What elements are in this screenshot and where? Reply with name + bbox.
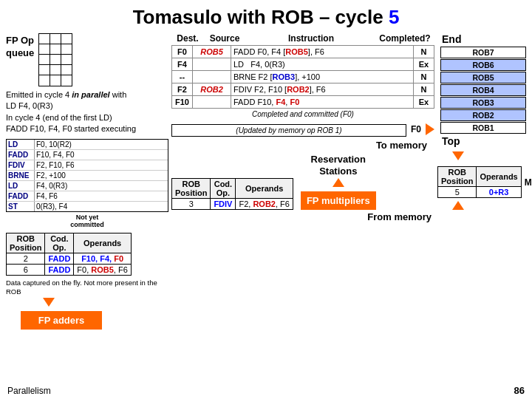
table-row: F4 LD F4, 0(R3) Ex: [172, 58, 434, 71]
page-title: Tomasulo with ROB – cycle 5: [0, 0, 532, 32]
instr-op: ST: [7, 202, 35, 211]
col-instr-header: Instruction: [247, 33, 375, 44]
instr-row-ld2: LD F4, 0(R3): [7, 181, 168, 191]
rob-header-pos: ROBPosition: [438, 167, 477, 187]
fp-mult-arrow-up: [332, 178, 344, 187]
rob-pos: 5: [438, 187, 477, 198]
rob-header-operands: Operands: [236, 179, 293, 199]
rob-item-4: ROB4: [440, 84, 526, 96]
rob-pos: 3: [172, 199, 211, 210]
source-cell: ROB2: [193, 83, 231, 96]
fp-queue-cell: [39, 75, 50, 86]
fp-queue-cell: [50, 44, 61, 55]
source-cell: ROB5: [193, 46, 231, 58]
committed-text: Completed and committed (F0): [171, 110, 434, 118]
rob-stack: ROB7 ROB6 ROB5 ROB4 ROB3 ROB2 ROB1: [440, 47, 526, 134]
fp-adders-button[interactable]: FP adders: [21, 311, 102, 330]
center-column: Dest. Source Instruction Completed? F0 R…: [171, 33, 434, 330]
col-completed-header: Completed?: [375, 33, 434, 44]
instr-cell: LD F4, 0(R3): [231, 58, 414, 71]
fp-adders-label: FP adders: [38, 315, 85, 326]
table-row: F0 ROB5 FADD F0, F4 [ROB5], F6 N: [172, 46, 434, 58]
fp-adders-arrow-down: [43, 298, 55, 307]
dest-cell: F10: [172, 96, 193, 109]
rob-table-left: ROBPosition Cod.Op. Operands 2 FADD F10,…: [6, 233, 132, 276]
center-right-area: Dest. Source Instruction Completed? F0 R…: [171, 33, 526, 330]
instr-op: LD: [7, 181, 35, 191]
from-memory-label: From memory: [171, 211, 434, 222]
rob-operands: F0, ROB5, F6: [74, 264, 131, 275]
fp-queue-cell: [39, 65, 50, 75]
instr-row-ld1: LD F0, 10(R2): [7, 140, 168, 150]
memory-update-box: (Updated by memory op ROB 1): [171, 124, 406, 137]
fp-queue-cell: [61, 44, 72, 55]
rob-op: FDIV: [211, 199, 236, 210]
rob-op: FADD: [45, 264, 74, 275]
emitted-line3: In cycle 4 (end of the first LD): [6, 113, 112, 122]
rob-table-right: ROBPosition Operands 5 0+R3: [437, 166, 522, 198]
table-row: F2 ROB2 FDIV F2, F10 [ROB2], F6 N: [172, 83, 434, 96]
dest-cell: F0: [172, 46, 193, 58]
instr-cell: BRNE F2 [ROB3], +100: [231, 71, 414, 83]
instruction-list: LD F0, 10(R2) FADD F10, F4, F0 FDIV F2, …: [6, 139, 168, 212]
fp-op-label: FP Op queue: [6, 35, 34, 60]
dest-cell: --: [172, 71, 193, 83]
instr-row-fdiv: FDIV F2, F10, F6: [7, 160, 168, 171]
rob-bottom-right: ROBPosition Operands 5 0+R3 MI: [437, 166, 526, 198]
dest-cell: F4: [172, 58, 193, 71]
source-cell: [193, 96, 231, 109]
rob-header-operands: Operands: [477, 167, 521, 187]
rob-item-2: ROB2: [440, 109, 526, 121]
table-row: 6 FADD F0, ROB5, F6: [7, 264, 132, 275]
instr-args: F2, F10, F6: [35, 160, 168, 170]
instr-args: F4, F6: [35, 191, 168, 201]
fp-multipliers-button[interactable]: FP multipliers: [301, 191, 376, 210]
source-cell: [193, 58, 231, 71]
instr-args: F10, F4, F0: [35, 150, 168, 160]
right-column: End ROB7 ROB6 ROB5 ROB4 ROB3 ROB2 ROB1 T…: [437, 33, 526, 330]
rob-header-op: Cod.Op.: [45, 233, 74, 253]
rob-operands: F10, F4, F0: [74, 253, 131, 264]
emitted-line4: FADD F10, F4, F0 started executing: [6, 124, 136, 133]
fp-queue-cell: [39, 55, 50, 65]
to-memory-label: To memory: [171, 140, 434, 151]
emitted-line1: Emitted in cycle 4 in parallel with: [6, 90, 126, 99]
source-cell: [193, 71, 231, 83]
top-label: Top: [442, 135, 526, 147]
rob-pos: 6: [7, 264, 45, 275]
completed-cell: N: [414, 83, 434, 96]
completed-cell: Ex: [414, 58, 434, 71]
fp-queue-col-3: [61, 33, 72, 86]
completed-cell: Ex: [414, 96, 434, 109]
rob-operands: 0+R3: [477, 187, 521, 198]
rob-header-operands: Operands: [74, 233, 131, 253]
fp-queue-cell: [39, 44, 50, 55]
rob-bottom-left: ROBPosition Cod.Op. Operands 2 FADD F10,…: [6, 233, 168, 276]
arrow-right-icon: [426, 123, 434, 135]
completed-cell: N: [414, 46, 434, 58]
reservation-stations-label: ReservationStations: [311, 154, 366, 177]
rob-header-pos: ROBPosition: [172, 179, 211, 199]
emitted-text: Emitted in cycle 4 in parallel with LD F…: [6, 89, 168, 135]
instr-args: 0(R3), F4: [35, 202, 168, 211]
fp-queue-cell: [61, 65, 72, 75]
table-row: 5 0+R3: [438, 187, 522, 198]
not-committed-label: Not yetcommitted: [6, 214, 168, 228]
memory-update-text: (Updated by memory op ROB 1): [236, 126, 341, 134]
instr-op: FADD: [7, 191, 35, 201]
fp-queue-cell: [61, 34, 72, 44]
rob-item-6: ROB6: [440, 59, 526, 71]
instr-args: F2, +100: [35, 171, 168, 180]
fp-queue-col-1: [38, 33, 50, 86]
fp-queue-cell: [61, 75, 72, 86]
parallelism-label: Parallelism: [7, 386, 51, 396]
end-label: End: [442, 33, 526, 45]
fp-queue-col-2: [50, 33, 61, 86]
fp-queue-cell: [39, 34, 50, 44]
fp-multipliers-label: FP multipliers: [307, 195, 370, 206]
instr-op: FADD: [7, 150, 35, 160]
rob-item-7: ROB7: [440, 47, 526, 58]
instr-args: F4, 0(R3): [35, 181, 168, 191]
instr-op: FDIV: [7, 160, 35, 170]
fp-queue-cell: [61, 55, 72, 65]
